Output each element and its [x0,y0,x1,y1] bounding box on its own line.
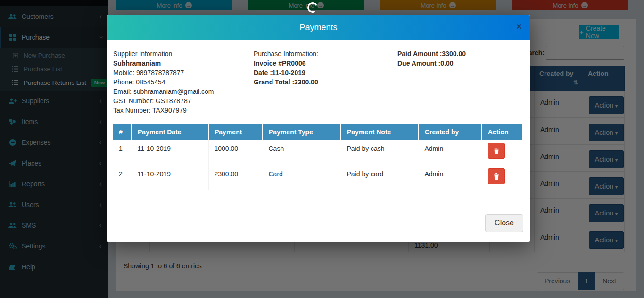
payments-header-row: # Payment Date Payment Payment Type Paym… [113,124,522,140]
close-button[interactable]: Close [485,214,523,232]
supplier-tax: Tax Number: TAX907979 [113,106,254,115]
delete-payment-button[interactable] [488,168,505,184]
payment-num: 1 [113,140,132,165]
supplier-gst: GST Number: GST878787 [113,96,254,106]
purchase-invoice: Invoice #PR0006 [254,58,397,68]
payments-modal: Payments × Supplier Information Subhrama… [107,15,530,242]
close-icon[interactable]: × [516,15,522,38]
purchase-heading: Purchase Information: [254,49,397,58]
modal-title: Payments [107,15,530,40]
col-payment-type: Payment Type [263,124,341,140]
supplier-mobile: Mobile: 9897878787877 [113,68,254,77]
modal-footer: Close [107,206,530,242]
supplier-heading: Supplier Information [113,49,254,58]
payment-note: Paid by card [341,165,419,190]
supplier-email: Email: subhramaniam@gmail.com [113,87,254,96]
purchase-grand-total: Grand Total :3300.00 [254,77,397,87]
purchase-information: Purchase Information: Invoice #PR0006 Da… [254,49,397,115]
payment-date: 11-10-2019 [132,165,208,190]
payment-note: Paid by cash [341,140,419,165]
col-payment-date: Payment Date [132,124,208,140]
payment-type: Card [263,165,341,190]
payment-num: 2 [113,165,132,190]
supplier-phone: Phone: 08545454 [113,77,254,87]
col-num: # [113,124,132,140]
payment-row: 1 11-10-2019 1000.00 Cash Paid by cash A… [113,140,522,165]
modal-body: Supplier Information Subhramaniam Mobile… [107,40,530,190]
col-created-by: Created by [419,124,482,140]
col-payment-note: Payment Note [341,124,419,140]
payment-amount: 2300.00 [208,165,263,190]
trash-icon [494,148,499,154]
purchase-date: Date :11-10-2019 [254,68,397,77]
delete-payment-button[interactable] [488,143,505,159]
paid-amount: Paid Amount :3300.00 [397,49,524,58]
payment-amount: 1000.00 [208,140,263,165]
payment-row: 2 11-10-2019 2300.00 Card Paid by card A… [113,165,522,190]
trash-icon [494,173,499,180]
payment-type: Cash [263,140,341,165]
supplier-name: Subhramaniam [113,58,254,68]
payment-created-by: Admin [419,165,482,190]
amounts-information: Paid Amount :3300.00 Due Amount :0.00 [397,49,524,115]
supplier-information: Supplier Information Subhramaniam Mobile… [113,49,254,115]
payment-created-by: Admin [419,140,482,165]
payments-table: # Payment Date Payment Payment Type Paym… [113,124,522,190]
payment-date: 11-10-2019 [132,140,208,165]
col-payment: Payment [208,124,263,140]
col-action: Action [482,124,522,140]
due-amount: Due Amount :0.00 [397,58,524,68]
modal-header: Payments × [107,15,530,40]
